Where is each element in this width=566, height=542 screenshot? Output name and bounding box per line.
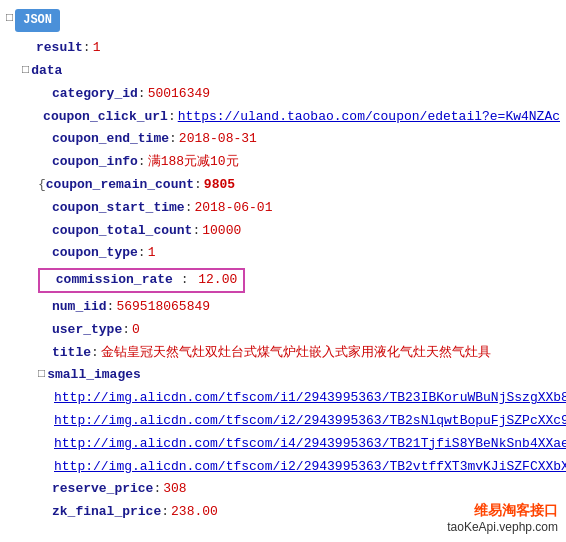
reserve-price-key: reserve_price	[52, 479, 153, 500]
small-image-url-1[interactable]: http://img.alicdn.com/tfscom/i2/29439953…	[54, 411, 566, 432]
field-val-4: 9805	[204, 175, 235, 196]
result-row: result : 1	[22, 37, 560, 60]
small-image-2: http://img.alicdn.com/tfscom/i4/29439953…	[54, 433, 560, 456]
title-key: title	[52, 343, 91, 364]
zk-final-price-key: zk_final_price	[52, 502, 161, 523]
field-val-5: 2018-06-01	[194, 198, 272, 219]
field-row-1: coupon_click_url : https://uland.taobao.…	[38, 106, 560, 129]
field-row-0: category_id : 50016349	[38, 83, 560, 106]
commission-rate-key: commission_rate	[56, 272, 173, 287]
field-val-6: 10000	[202, 221, 241, 242]
field-key-2: coupon_end_time	[52, 129, 169, 150]
result-value: 1	[93, 38, 101, 59]
field-key-8: num_iid	[52, 297, 107, 318]
field-key-4: coupon_remain_count	[46, 175, 194, 196]
watermark: 维易淘客接口 taoKeApi.vephp.com	[447, 502, 558, 534]
field-key-7: coupon_type	[52, 243, 138, 264]
small-images-toggle[interactable]: □	[38, 365, 45, 384]
field-row-9: user_type : 0	[38, 319, 560, 342]
field-key-3: coupon_info	[52, 152, 138, 173]
field-key-9: user_type	[52, 320, 122, 341]
small-images-row: □ small_images	[38, 364, 560, 387]
field-row-5: coupon_start_time : 2018-06-01	[38, 197, 560, 220]
field-val-9: 0	[132, 320, 140, 341]
field-key-5: coupon_start_time	[52, 198, 185, 219]
field-key-1: coupon_click_url	[43, 107, 168, 128]
field-key-0: category_id	[52, 84, 138, 105]
field-row-4: { coupon_remain_count : 9805	[38, 174, 560, 197]
title-value: 金钻皇冠天然气灶双灶台式煤气炉灶嵌入式家用液化气灶天然气灶具	[101, 343, 491, 364]
small-images-children: http://img.alicdn.com/tfscom/i1/29439953…	[38, 387, 560, 478]
field-row-2: coupon_end_time : 2018-08-31	[38, 128, 560, 151]
field-val-8: 569518065849	[116, 297, 210, 318]
watermark-bottom: taoKeApi.vephp.com	[447, 520, 558, 534]
field-val-2: 2018-08-31	[179, 129, 257, 150]
field-row-3: coupon_info : 满188元减10元	[38, 151, 560, 174]
field-val-7: 1	[148, 243, 156, 264]
small-images-key: small_images	[47, 365, 141, 386]
coupon-click-url-value[interactable]: https://uland.taobao.com/coupon/edetail?…	[178, 107, 560, 128]
field-val-0: 50016349	[148, 84, 210, 105]
field-row-8: num_iid : 569518065849	[38, 296, 560, 319]
data-toggle[interactable]: □	[22, 61, 29, 80]
field-key-6: coupon_total_count	[52, 221, 192, 242]
watermark-top: 维易淘客接口	[474, 502, 558, 520]
small-image-url-0[interactable]: http://img.alicdn.com/tfscom/i1/29439953…	[54, 388, 566, 409]
json-root-row: □ JSON	[6, 8, 560, 37]
root-children: result : 1 □ data category_id : 50016349…	[6, 37, 560, 524]
field-val-3: 满188元减10元	[148, 152, 239, 173]
commission-rate-value: 12.00	[198, 272, 237, 287]
field-row-title: title : 金钻皇冠天然气灶双灶台式煤气炉灶嵌入式家用液化气灶天然气灶具	[38, 342, 560, 365]
reserve-price-row: reserve_price : 308	[38, 478, 560, 501]
field-row-commission: commission_rate : 12.00	[38, 267, 560, 294]
data-row: □ data	[22, 60, 560, 83]
small-image-1: http://img.alicdn.com/tfscom/i2/29439953…	[54, 410, 560, 433]
small-image-0: http://img.alicdn.com/tfscom/i1/29439953…	[54, 387, 560, 410]
field-row-7: coupon_type : 1	[38, 242, 560, 265]
small-image-url-3[interactable]: http://img.alicdn.com/tfscom/i2/29439953…	[54, 457, 566, 478]
small-image-3: http://img.alicdn.com/tfscom/i2/29439953…	[54, 456, 560, 479]
main-container: □ JSON result : 1 □ data category_id : 5…	[0, 0, 566, 532]
field-row-6: coupon_total_count : 10000	[38, 220, 560, 243]
root-toggle[interactable]: □	[6, 9, 13, 28]
data-key: data	[31, 61, 62, 82]
result-key: result	[36, 38, 83, 59]
small-image-url-2[interactable]: http://img.alicdn.com/tfscom/i4/29439953…	[54, 434, 566, 455]
json-badge: JSON	[15, 9, 60, 32]
reserve-price-value: 308	[163, 479, 186, 500]
zk-final-price-value: 238.00	[171, 502, 218, 523]
data-children: category_id : 50016349 coupon_click_url …	[22, 83, 560, 524]
